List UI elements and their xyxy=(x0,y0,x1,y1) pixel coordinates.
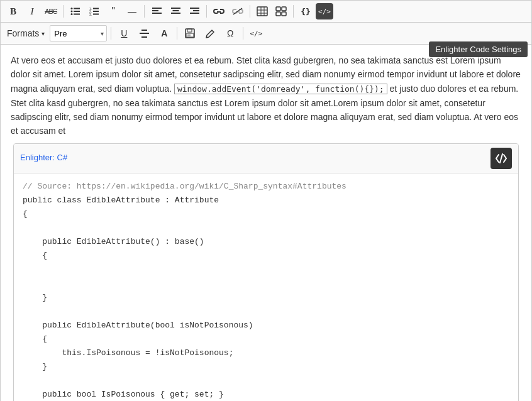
enlighter-settings-button[interactable]: </> xyxy=(247,25,265,41)
svg-rect-37 xyxy=(187,35,191,36)
separator4 xyxy=(250,5,250,18)
align-right-button[interactable] xyxy=(186,3,203,19)
svg-rect-14 xyxy=(152,13,162,14)
align-left-button[interactable] xyxy=(148,3,165,19)
align-center-button[interactable] xyxy=(167,3,184,19)
svg-rect-9 xyxy=(93,11,99,12)
bold-button[interactable]: B xyxy=(4,3,22,19)
toolbar-row2: Formats ▾ Pre Paragraph Heading 1 Headin… xyxy=(1,23,531,45)
enlighter-title: Enlighter: C# xyxy=(20,151,67,165)
formats-chevron-icon: ▾ xyxy=(42,30,45,37)
insert-table-button[interactable] xyxy=(253,3,271,19)
svg-rect-19 xyxy=(193,10,199,11)
svg-text:3.: 3. xyxy=(89,13,92,16)
separator1 xyxy=(63,5,64,18)
formats-dropdown[interactable]: Formats ▾ xyxy=(4,26,47,40)
svg-rect-28 xyxy=(282,7,286,11)
svg-rect-7 xyxy=(93,8,99,9)
svg-rect-27 xyxy=(276,7,280,11)
separator5 xyxy=(293,5,294,18)
svg-rect-18 xyxy=(190,8,199,9)
svg-rect-13 xyxy=(152,10,158,11)
enlighter-code-content: // Source: https://en.wikipedia.org/wiki… xyxy=(14,173,518,401)
editor-container: B I ABC 1.2.3. " — xyxy=(0,0,532,401)
svg-rect-12 xyxy=(152,8,162,9)
row2-sep1 xyxy=(111,27,111,40)
svg-rect-17 xyxy=(171,13,180,14)
braces-button[interactable]: {} xyxy=(297,3,314,19)
svg-point-2 xyxy=(71,11,73,13)
blockquote-button[interactable]: " xyxy=(104,3,122,19)
formats-label: Formats xyxy=(7,28,39,38)
strikethrough-button[interactable]: ABC xyxy=(42,3,60,19)
svg-rect-5 xyxy=(74,14,80,15)
link-button[interactable] xyxy=(210,3,228,19)
svg-rect-20 xyxy=(190,13,199,14)
paragraph1: At vero eos et accusam et justo duo dolo… xyxy=(11,53,521,138)
grid-button[interactable] xyxy=(272,3,290,19)
svg-rect-11 xyxy=(93,14,99,15)
text-color-button[interactable]: A xyxy=(155,25,173,41)
svg-point-0 xyxy=(71,8,73,9)
format-select-wrapper: Pre Paragraph Heading 1 Heading 2 Headin… xyxy=(50,25,107,41)
unlink-button[interactable] xyxy=(229,3,247,19)
ordered-list-button[interactable]: 1.2.3. xyxy=(86,3,103,19)
svg-rect-16 xyxy=(172,10,179,11)
svg-rect-31 xyxy=(140,33,149,34)
editor-content[interactable]: At vero eos et accusam et justo duo dolo… xyxy=(1,45,531,401)
svg-rect-15 xyxy=(171,8,180,9)
format-select[interactable]: Pre Paragraph Heading 1 Heading 2 Headin… xyxy=(50,25,107,41)
enlighter-block: Enlighter: C# // Source: https://en.wiki… xyxy=(13,143,519,401)
enlighter-block-icon-button[interactable] xyxy=(490,148,512,169)
svg-line-38 xyxy=(500,154,502,163)
tooltip-bubble: Enlighter Code Settings xyxy=(429,41,528,57)
svg-rect-33 xyxy=(141,36,147,38)
svg-rect-1 xyxy=(74,8,80,9)
strikethrough2-button[interactable] xyxy=(135,25,153,41)
svg-rect-3 xyxy=(74,11,80,12)
save-button2[interactable] xyxy=(181,25,199,41)
pencil-button[interactable] xyxy=(201,25,219,41)
row2-sep3 xyxy=(243,27,243,40)
underline-button[interactable]: U xyxy=(115,25,133,41)
svg-rect-22 xyxy=(257,7,267,16)
code-edit-button[interactable]: </> xyxy=(316,3,333,19)
svg-rect-30 xyxy=(282,12,286,16)
separator3 xyxy=(206,5,207,18)
italic-button[interactable]: I xyxy=(23,3,41,19)
horizontal-rule-button[interactable]: — xyxy=(123,3,141,19)
separator2 xyxy=(144,5,145,18)
toolbar-row1: B I ABC 1.2.3. " — xyxy=(1,1,531,23)
svg-point-4 xyxy=(71,13,73,15)
unordered-list-button[interactable] xyxy=(67,3,84,19)
omega-button[interactable]: Ω xyxy=(221,25,239,41)
row2-sep2 xyxy=(177,27,177,40)
svg-rect-32 xyxy=(141,30,147,31)
inline-code: window.addEvent('domready', function(){}… xyxy=(174,84,387,94)
svg-rect-29 xyxy=(276,12,280,16)
enlighter-header: Enlighter: C# xyxy=(14,144,518,173)
